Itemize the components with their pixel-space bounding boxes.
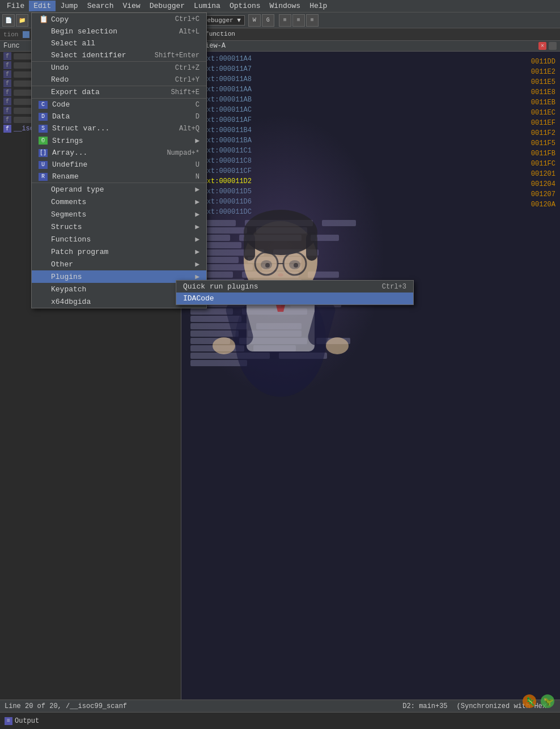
menu-comments[interactable]: Comments ▶	[32, 196, 206, 208]
array-icon: []	[39, 149, 48, 157]
statusbar: Line 20 of 20, /__isoc99_scanf D2: main+…	[0, 700, 560, 712]
output-bar: ≡ Output	[0, 712, 560, 729]
toolbar-hex3[interactable]: ≡	[306, 14, 319, 27]
output-icon: ≡	[5, 717, 12, 725]
ida-line: • .text:000011A8	[186, 74, 555, 84]
menu-rename[interactable]: R Rename N	[32, 171, 206, 183]
gecko-icons: 🦎 🦖	[521, 693, 555, 709]
seg-dot-data	[23, 31, 29, 38]
svg-text:🦖: 🦖	[544, 697, 554, 706]
ida-settings-btn[interactable]	[549, 42, 557, 50]
func-icon: f	[3, 52, 11, 60]
plugins-submenu: Quick run plugins Ctrl+3 IDACode	[176, 280, 414, 305]
menu-edit[interactable]: Edit	[29, 1, 56, 11]
plugin-quick-run[interactable]: Quick run plugins Ctrl+3	[176, 281, 413, 293]
menu-patch-program[interactable]: Patch program ▶	[32, 245, 206, 258]
menu-operand-type[interactable]: Operand type ▶	[32, 183, 206, 196]
menu-copy[interactable]: 📋 Copy Ctrl+C	[32, 13, 206, 26]
menu-export-data[interactable]: Export data Shift+E	[32, 86, 206, 98]
menu-data[interactable]: D Data D	[32, 111, 206, 122]
menubar: File Edit Jump Search View Debugger Lumi…	[0, 0, 560, 12]
menu-structs[interactable]: Structs ▶	[32, 221, 206, 233]
toolbar-open[interactable]: 📁	[16, 14, 28, 27]
func-icon: f	[3, 125, 11, 133]
menu-help[interactable]: Help	[305, 1, 332, 11]
func-icon: f	[3, 88, 11, 96]
menu-select-all[interactable]: Select all	[32, 37, 206, 49]
menu-view[interactable]: View	[118, 1, 145, 11]
status-right: D2: main+35	[402, 702, 447, 710]
menu-undefine[interactable]: U Undefine U	[32, 159, 206, 171]
ida-close-btn[interactable]: ×	[538, 42, 546, 50]
code-icon: C	[39, 101, 48, 109]
menu-undo[interactable]: Undo Ctrl+Z	[32, 61, 206, 74]
menu-select-identifier[interactable]: Select identifier Shift+Enter	[32, 49, 206, 61]
menu-segments[interactable]: Segments ▶	[32, 208, 206, 221]
strings-icon: ©	[39, 137, 48, 145]
menu-other[interactable]: Other ▶	[32, 258, 206, 270]
rename-icon: R	[39, 173, 48, 181]
svg-point-14	[278, 273, 283, 277]
svg-point-18	[326, 337, 349, 354]
toolbar-graph[interactable]: G	[262, 14, 274, 27]
right-addresses: 0011DD 0011E2 0011E5 0011E8 0011EB 0011E…	[531, 57, 555, 210]
menu-functions[interactable]: Functions ▶	[32, 233, 206, 245]
output-label: Output	[15, 717, 39, 725]
status-text: Line 20 of 20, /__isoc99_scanf	[5, 702, 127, 710]
func-icon: f	[3, 98, 11, 105]
toolbar-hex1[interactable]: ≡	[279, 14, 291, 27]
plugin-idacode[interactable]: IDACode	[176, 293, 413, 304]
ida-line: • .text:000011A7	[186, 64, 555, 74]
menu-array[interactable]: [] Array... Numpad+*	[32, 147, 206, 159]
menu-begin-selection[interactable]: Begin selection Alt+L	[32, 26, 206, 37]
edit-menu: 📋 Copy Ctrl+C Begin selection Alt+L Sele…	[31, 12, 207, 308]
toolbar-watch[interactable]: W	[248, 14, 261, 27]
ida-line: • .text:000011AA	[186, 84, 555, 95]
menu-lumina[interactable]: Lumina	[189, 1, 225, 11]
svg-point-17	[213, 337, 235, 354]
svg-point-13	[294, 263, 298, 268]
svg-point-12	[265, 263, 270, 268]
func-icon: f	[3, 116, 11, 124]
gecko-icon-1: 🦎	[521, 693, 537, 709]
menu-strings[interactable]: © Strings ▶	[32, 134, 206, 147]
svg-text:🦎: 🦎	[525, 697, 536, 706]
toolbar-hex2[interactable]: ≡	[292, 14, 305, 27]
menu-code[interactable]: C Code C	[32, 98, 206, 111]
func-icon: f	[3, 79, 11, 87]
copy-icon: 📋	[39, 15, 49, 24]
menu-redo[interactable]: Redo Ctrl+Y	[32, 74, 206, 86]
func-icon: f	[3, 70, 11, 78]
toolbar-new[interactable]: 📄	[2, 14, 15, 27]
data-icon: D	[39, 113, 48, 121]
character-overlay	[176, 113, 385, 397]
menu-struct-var[interactable]: S Struct var... Alt+Q	[32, 122, 206, 134]
svg-rect-6	[306, 232, 317, 261]
menu-debugger[interactable]: Debugger	[145, 1, 189, 11]
ida-line: • .text:000011A4	[186, 54, 555, 64]
gecko-icon-2: 🦖	[540, 693, 555, 709]
func-icon: f	[3, 107, 11, 115]
menu-file[interactable]: File	[2, 1, 29, 11]
ida-titlebar: IDA View-A ×	[181, 41, 560, 52]
ida-line: • .text:000011AB	[186, 95, 555, 105]
svg-rect-5	[244, 232, 255, 261]
struct-icon: S	[39, 125, 48, 133]
menu-jump[interactable]: Jump	[56, 1, 82, 11]
menu-options[interactable]: Options	[225, 1, 265, 11]
menu-search[interactable]: Search	[83, 1, 118, 11]
menu-windows[interactable]: Windows	[265, 1, 306, 11]
func-icon: f	[3, 61, 11, 69]
undef-icon: U	[39, 161, 48, 169]
